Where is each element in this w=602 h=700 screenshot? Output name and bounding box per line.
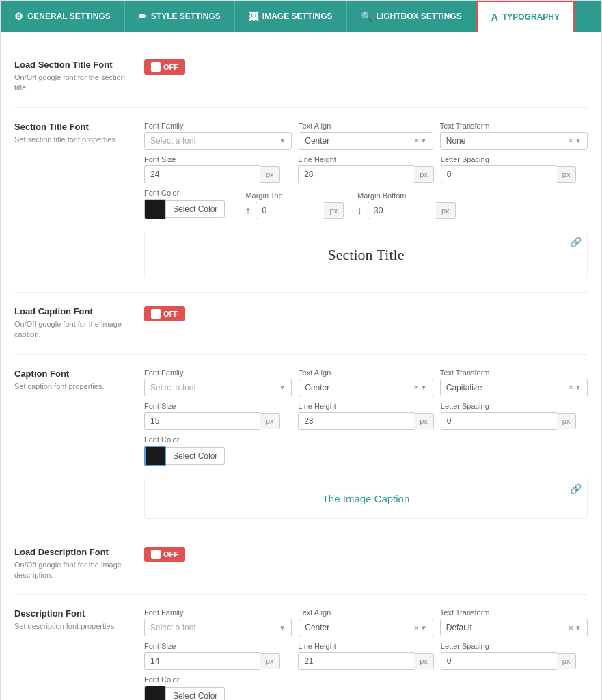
section-title-font-row: Section Title Font Set section title fon… [14, 108, 588, 293]
load-description-font-heading: Load Description Font [14, 547, 131, 557]
nav-typography[interactable]: A TYPOGRAPHY [476, 1, 575, 32]
desc-letter-spacing-unit: px [557, 653, 577, 669]
desc-text-align-clear[interactable]: ✕ [413, 624, 419, 632]
caption-text-align-arrow[interactable]: ▼ [420, 383, 427, 391]
caption-font-size-group: Font Size 15 px [144, 402, 291, 430]
margin-top-input[interactable]: 0 [256, 202, 324, 219]
text-transform-clear[interactable]: ✕ [568, 137, 573, 144]
section-title-preview-link[interactable]: 🔗 [570, 237, 582, 247]
font-size-input[interactable]: 24 [144, 165, 260, 183]
font-color-swatch[interactable] [144, 199, 166, 219]
desc-text-align-dropdown[interactable]: Center ✕ ▼ [299, 619, 433, 636]
margin-bottom-icon: ↓ [357, 205, 362, 216]
desc-font-size-group: Font Size 14 px [144, 642, 291, 670]
desc-font-row-3: Font Color Select Color [144, 675, 588, 700]
caption-text-transform-label: Text Transform [440, 368, 588, 377]
toggle-square [151, 62, 161, 72]
caption-font-family-value: Select a font [150, 383, 196, 392]
desc-text-transform-arrow[interactable]: ▼ [575, 624, 582, 632]
desc-font-family-dropdown[interactable]: Select a font ▼ [144, 619, 292, 636]
font-color-button[interactable]: Select Color [166, 200, 225, 218]
load-caption-toggle[interactable]: OFF [144, 306, 185, 321]
caption-color-swatch[interactable] [144, 446, 166, 466]
nav-style-settings[interactable]: ✏ STYLE SETTINGS [125, 1, 235, 32]
caption-text-transform-actions: ✕ ▼ [568, 383, 582, 391]
load-description-toggle[interactable]: OFF [144, 547, 185, 562]
nav-general-settings[interactable]: ⚙ GENERAL SETTINGS [1, 1, 125, 32]
nav-lightbox-settings[interactable]: 🔍 LIGHTBOX SETTINGS [347, 1, 476, 32]
caption-line-height-group: Line Height 23 px [298, 402, 434, 430]
caption-letter-spacing-input[interactable]: 0 [441, 412, 557, 430]
desc-letter-spacing-label: Letter Spacing [441, 642, 588, 650]
font-family-dropdown[interactable]: Select a font ▼ [144, 132, 292, 150]
desc-line-height-input[interactable]: 21 [298, 652, 414, 670]
caption-font-family-group: Font Family Select a font ▼ [144, 368, 292, 396]
desc-text-transform-dropdown[interactable]: Default ✕ ▼ [440, 619, 588, 636]
load-section-title-toggle[interactable]: OFF [144, 59, 185, 75]
font-row-3: Font Color Select Color Margin Top ↑ [144, 189, 588, 219]
caption-font-family-dropdown[interactable]: Select a font ▼ [144, 379, 292, 396]
caption-text-align-clear[interactable]: ✕ [413, 383, 419, 391]
caption-font-size-unit: px [260, 413, 280, 429]
caption-preview-box: 🔗 The Image Caption [144, 479, 588, 519]
desc-text-align-actions: ✕ ▼ [413, 624, 427, 632]
nav-style-label: STYLE SETTINGS [151, 12, 221, 21]
caption-font-family-arrow[interactable]: ▼ [279, 383, 286, 391]
line-height-input[interactable]: 28 [298, 165, 414, 183]
toggle-label: OFF [163, 63, 178, 71]
margin-bottom-input[interactable]: 30 [368, 202, 436, 219]
desc-letter-spacing-group: Letter Spacing 0 px [441, 642, 588, 670]
caption-text-transform-arrow[interactable]: ▼ [575, 383, 582, 391]
caption-preview-link[interactable]: 🔗 [570, 483, 582, 494]
load-description-font-desc: On/Off google font for the image descrip… [14, 560, 131, 581]
text-transform-actions: ✕ ▼ [568, 137, 582, 144]
section-title-font-desc: Set section title font properties. [14, 135, 131, 145]
caption-line-height-input[interactable]: 23 [298, 412, 414, 430]
desc-text-transform-value: Default [446, 623, 472, 632]
letter-spacing-label: Letter Spacing [441, 155, 588, 163]
font-color-group: Font Color Select Color [144, 189, 225, 219]
desc-letter-spacing-input[interactable]: 0 [441, 652, 557, 670]
font-family-arrow[interactable]: ▼ [279, 137, 286, 144]
caption-color-button[interactable]: Select Color [166, 447, 225, 465]
description-font-heading: Description Font [14, 608, 131, 619]
caption-font-size-input[interactable]: 15 [144, 412, 260, 430]
font-family-label: Font Family [144, 122, 292, 130]
caption-text-align-dropdown[interactable]: Center ✕ ▼ [299, 379, 433, 396]
text-transform-dropdown[interactable]: None ✕ ▼ [440, 132, 588, 150]
letter-spacing-input[interactable]: 0 [441, 165, 557, 183]
letter-spacing-input-wrap: 0 px [441, 165, 588, 183]
line-height-unit: px [414, 166, 434, 183]
desc-font-family-group: Font Family Select a font ▼ [144, 608, 292, 636]
font-row-2: Font Size 24 px Line Height 28 px [144, 155, 588, 183]
caption-font-row: Caption Font Set caption font properties… [14, 355, 588, 533]
font-color-swatch-row: Select Color [144, 199, 225, 219]
desc-text-transform-group: Text Transform Default ✕ ▼ [440, 608, 588, 636]
nav-image-settings[interactable]: 🖼 IMAGE SETTINGS [235, 1, 347, 32]
line-height-group: Line Height 28 px [298, 155, 434, 183]
text-transform-arrow[interactable]: ▼ [575, 137, 582, 144]
content-area: Load Section Title Font On/Off google fo… [1, 32, 601, 700]
desc-color-button[interactable]: Select Color [166, 687, 225, 700]
text-align-arrow[interactable]: ▼ [420, 137, 427, 144]
text-align-clear[interactable]: ✕ [413, 137, 419, 144]
desc-text-align-arrow[interactable]: ▼ [420, 624, 427, 632]
caption-line-height-label: Line Height [298, 402, 434, 410]
desc-font-family-label: Font Family [144, 608, 292, 617]
typography-icon: A [491, 12, 498, 23]
font-family-group: Font Family Select a font ▼ [144, 122, 292, 150]
desc-color-swatch-row: Select Color [144, 686, 225, 700]
toggle-caption-label: OFF [163, 310, 178, 318]
desc-color-swatch[interactable] [144, 686, 166, 700]
font-size-label: Font Size [144, 155, 291, 163]
caption-text-transform-dropdown[interactable]: Capitalize ✕ ▼ [440, 379, 588, 396]
desc-font-family-arrow[interactable]: ▼ [279, 624, 286, 632]
desc-text-transform-clear[interactable]: ✕ [568, 624, 573, 632]
section-title-preview-box: 🔗 Section Title [144, 232, 588, 278]
caption-preview-text: The Image Caption [159, 493, 573, 504]
desc-font-size-input[interactable]: 14 [144, 652, 260, 670]
letter-spacing-group: Letter Spacing 0 px [441, 155, 588, 183]
caption-text-transform-clear[interactable]: ✕ [568, 383, 573, 391]
desc-text-transform-label: Text Transform [440, 608, 588, 617]
text-align-dropdown[interactable]: Center ✕ ▼ [299, 132, 433, 150]
